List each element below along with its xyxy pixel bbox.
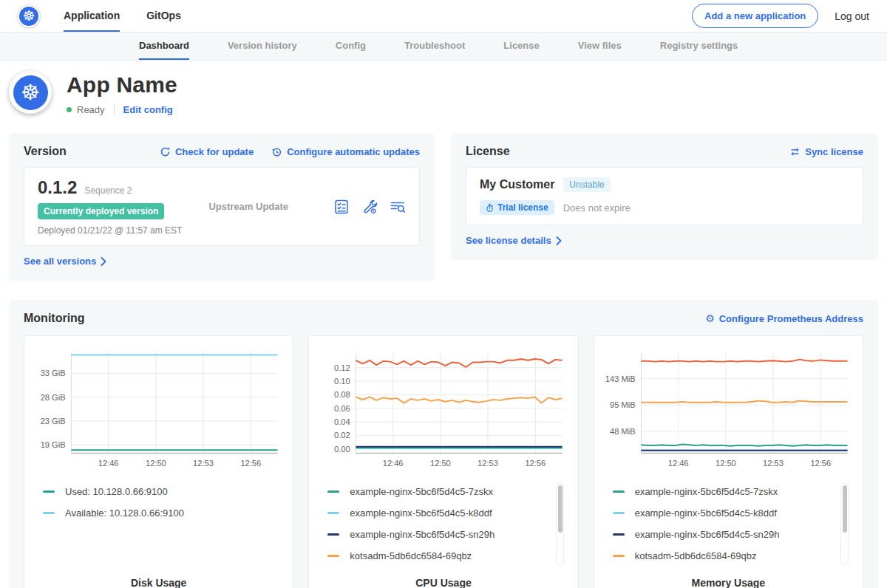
svg-text:0.04: 0.04 [334, 417, 350, 426]
cpu-usage-panel: 0.000.020.040.060.080.100.1212:4612:5012… [308, 335, 578, 588]
status-dot-icon [67, 107, 72, 112]
svg-text:28 GiB: 28 GiB [41, 393, 66, 402]
svg-text:12:56: 12:56 [240, 459, 261, 468]
legend-color-dash [327, 555, 339, 557]
tab-application-label: Application [64, 10, 120, 21]
legend-label: kotsadm-5db6dc6584-69qbz [635, 550, 757, 561]
version-source-label: Upstream Update [208, 201, 288, 212]
legend-color-dash [613, 490, 625, 493]
preflight-checks-icon[interactable] [333, 199, 350, 215]
legend-label: Used: 10.128.0.66:9100 [65, 486, 168, 497]
svg-text:19 GiB: 19 GiB [41, 440, 66, 449]
stopwatch-icon [486, 204, 494, 212]
configure-prometheus-link[interactable]: ⚙ Configure Prometheus Address [705, 313, 863, 324]
legend-item: Used: 10.128.0.66:9100 [43, 481, 261, 502]
legend-color-dash [613, 533, 625, 536]
tab-version-history[interactable]: Version history [228, 33, 297, 60]
see-license-details-label: See license details [466, 235, 551, 246]
tab-config[interactable]: Config [336, 33, 366, 60]
disk-usage-title: Disk Usage [34, 568, 283, 588]
monitoring-title: Monitoring [24, 312, 85, 325]
memory-usage-title: Memory Usage [604, 568, 853, 588]
kubernetes-helm-icon: ☸ [13, 75, 48, 110]
config-wrench-icon[interactable] [361, 199, 378, 215]
legend-scrollbar[interactable] [840, 482, 849, 565]
legend-color-dash [613, 512, 625, 514]
tab-license[interactable]: License [503, 33, 539, 60]
legend-label: Available: 10.128.0.66:9100 [65, 507, 184, 519]
configure-automatic-updates-link[interactable]: Configure automatic updates [271, 146, 420, 157]
tab-application[interactable]: Application [64, 0, 120, 32]
sync-license-link[interactable]: Sync license [789, 146, 863, 157]
svg-text:12:53: 12:53 [478, 459, 498, 468]
svg-text:0.08: 0.08 [334, 390, 350, 399]
see-all-versions-link[interactable]: See all versions [24, 256, 106, 267]
see-license-details-link[interactable]: See license details [466, 235, 562, 246]
monitoring-card: Monitoring ⚙ Configure Prometheus Addres… [9, 300, 878, 588]
legend-item: example-nginx-5bc6f5d4c5-7zskx [327, 481, 546, 502]
memory-usage-chart: 48 MiB95 MiB143 MiB12:4612:5012:5312:56 [604, 346, 853, 474]
check-for-update-label: Check for update [175, 146, 254, 157]
legend-item: example-nginx-5bc6f5d4c5-k8ddf [613, 502, 831, 524]
legend-label: example-nginx-5bc6f5d4c5-7zskx [350, 486, 493, 497]
legend-label: example-nginx-5bc6f5d4c5-sn29h [350, 529, 495, 540]
scrollbar-thumb[interactable] [558, 485, 563, 533]
legend-color-dash [327, 512, 339, 514]
tab-registry-settings[interactable]: Registry settings [660, 33, 738, 60]
legend-label: example-nginx-5bc6f5d4c5-7zskx [635, 486, 778, 497]
version-card: Version Check for update Configure autom… [9, 133, 435, 281]
add-application-button[interactable]: Add a new application [692, 4, 818, 28]
svg-text:12:46: 12:46 [667, 459, 688, 468]
memory-usage-legend: example-nginx-5bc6f5d4c5-7zskxexample-ng… [604, 481, 853, 568]
svg-text:95 MiB: 95 MiB [610, 400, 636, 409]
top-nav: ☸ Application GitOps Add a new applicati… [0, 0, 887, 33]
version-card-title: Version [24, 145, 67, 158]
legend-item: example-nginx-5bc6f5d4c5-k8ddf [327, 502, 546, 524]
svg-text:12:50: 12:50 [716, 459, 736, 468]
svg-text:12:50: 12:50 [146, 459, 166, 468]
channel-badge: Unstable [563, 177, 610, 192]
license-card: License Sync license My Customer Unstabl… [451, 133, 878, 260]
tab-troubleshoot[interactable]: Troubleshoot [404, 33, 465, 60]
check-for-update-link[interactable]: Check for update [160, 146, 254, 157]
tab-view-files[interactable]: View files [578, 33, 622, 60]
version-number: 0.1.2 [38, 177, 77, 198]
chevron-right-icon [556, 236, 562, 245]
legend-color-dash [327, 533, 339, 536]
top-nav-tabs: Application GitOps [64, 0, 181, 32]
see-all-versions-label: See all versions [24, 256, 96, 267]
svg-text:143 MiB: 143 MiB [605, 375, 636, 383]
configure-prometheus-label: Configure Prometheus Address [719, 313, 863, 324]
deployed-timestamp: Deployed 01/21/22 @ 11:57 am EST [38, 225, 182, 236]
logout-link[interactable]: Log out [835, 10, 869, 22]
legend-item: kotsadm-5db6dc6584-69qbz [613, 545, 831, 567]
divider [114, 105, 115, 115]
app-header: ☸ App Name Ready Edit config [0, 61, 887, 127]
tab-gitops-label: GitOps [146, 10, 181, 21]
chevron-right-icon [101, 257, 106, 266]
scrollbar-thumb[interactable] [843, 485, 847, 533]
license-panel: My Customer Unstable Trial license Does … [466, 167, 863, 225]
deploy-logs-icon[interactable] [390, 199, 406, 215]
svg-text:12:56: 12:56 [526, 459, 546, 468]
legend-label: example-nginx-5bc6f5d4c5-k8ddf [350, 507, 492, 519]
svg-text:0.10: 0.10 [334, 377, 350, 386]
svg-text:12:56: 12:56 [810, 459, 831, 468]
svg-text:0.06: 0.06 [334, 404, 350, 413]
edit-config-link[interactable]: Edit config [123, 104, 173, 115]
disk-usage-legend: Used: 10.128.0.66:9100Available: 10.128.… [34, 481, 283, 568]
tab-dashboard[interactable]: Dashboard [139, 33, 189, 60]
legend-scrollbar[interactable] [556, 482, 564, 565]
tab-gitops[interactable]: GitOps [146, 0, 181, 32]
sync-license-label: Sync license [805, 146, 863, 157]
license-expiry: Does not expire [563, 202, 631, 213]
svg-text:0.02: 0.02 [334, 431, 350, 440]
legend-item: Available: 10.128.0.66:9100 [43, 502, 261, 524]
legend-color-dash [613, 555, 625, 557]
app-sub-nav: Dashboard Version history Config Trouble… [0, 33, 887, 61]
svg-text:33 GiB: 33 GiB [41, 369, 66, 377]
svg-text:0.00: 0.00 [334, 445, 350, 454]
legend-item: example-nginx-5bc6f5d4c5-7zskx [613, 481, 831, 502]
cpu-usage-chart: 0.000.020.040.060.080.100.1212:4612:5012… [319, 346, 568, 474]
clock-update-icon [271, 146, 282, 157]
